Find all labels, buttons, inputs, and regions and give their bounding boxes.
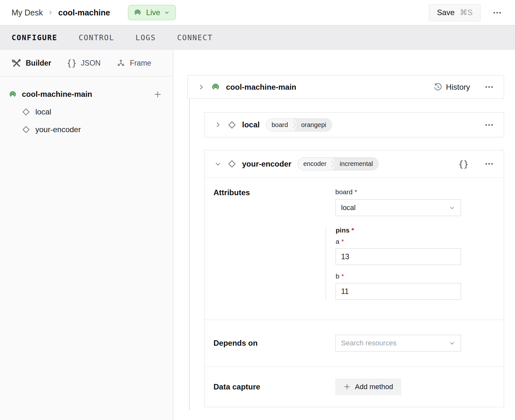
tab-configure[interactable]: CONFIGURE: [12, 33, 58, 42]
history-button-label: History: [446, 83, 470, 92]
tree-item-label: local: [35, 107, 51, 116]
depends-on-heading: Depends on: [213, 339, 335, 348]
chevron-right-icon[interactable]: [197, 84, 205, 91]
config-main-panel: cool-machine-main History: [173, 50, 515, 420]
top-bar: My Desk cool-machine Live Save ⌘S: [0, 0, 515, 25]
add-method-button[interactable]: Add method: [335, 379, 401, 395]
attributes-heading: Attributes: [213, 188, 335, 197]
chevron-down-icon: [449, 340, 456, 347]
component-diamond-icon: [22, 125, 31, 134]
topbar-overflow-menu-icon[interactable]: [492, 10, 503, 15]
depends-on-select[interactable]: Search resources: [335, 335, 461, 352]
tree-item-machine-main[interactable]: cool-machine-main: [8, 87, 173, 101]
view-tab-frame-label: Frame: [130, 59, 151, 68]
component-diamond-icon: [227, 120, 237, 130]
configure-content: Builder {} JSON Frame: [0, 50, 515, 420]
breadcrumb: My Desk cool-machine: [12, 8, 110, 17]
viam-live-icon: [133, 8, 142, 17]
builder-tools-icon: [12, 58, 22, 68]
card-overflow-menu-icon[interactable]: [483, 84, 495, 90]
tree-item-local[interactable]: local: [8, 105, 173, 119]
pins-group-label: pins*: [336, 226, 461, 234]
card-overflow-menu-icon[interactable]: [483, 122, 495, 128]
your-encoder-card-header: your-encoder encoder incremental {}: [204, 150, 504, 178]
board-select-value: local: [341, 204, 356, 212]
pin-b-input[interactable]: [336, 283, 461, 300]
config-view-switcher: Builder {} JSON Frame: [0, 50, 173, 77]
depends-on-placeholder: Search resources: [341, 339, 396, 347]
required-asterisk: *: [341, 272, 344, 280]
resource-type-badge: board orangepi: [266, 118, 332, 132]
depends-on-section: Depends on Search resources: [204, 320, 504, 366]
chevron-right-icon[interactable]: [214, 121, 222, 128]
chevron-down-icon[interactable]: [214, 160, 222, 168]
resource-tree: cool-machine-main local your-encoder: [0, 77, 173, 136]
tree-item-label: cool-machine-main: [22, 90, 92, 99]
sidebar: Builder {} JSON Frame: [0, 50, 173, 420]
viam-machine-icon: [8, 90, 17, 99]
board-field-label: board*: [335, 188, 461, 196]
add-method-button-label: Add method: [355, 383, 393, 391]
component-diamond-icon: [22, 107, 31, 116]
machine-main-card-header: cool-machine-main History: [188, 76, 504, 98]
data-capture-section: Data capture Add method: [204, 366, 504, 407]
save-shortcut-hint: ⌘S: [460, 8, 473, 17]
machine-status-dropdown[interactable]: Live: [128, 5, 176, 20]
depends-on-heading-col: Depends on: [213, 339, 335, 348]
card-overflow-menu-icon[interactable]: [483, 161, 495, 167]
required-asterisk: *: [341, 238, 344, 245]
view-tab-json[interactable]: {} JSON: [67, 58, 101, 68]
badge-type: encoder: [298, 158, 330, 170]
data-capture-field-col: Add method: [335, 379, 461, 395]
depends-on-field-col: Search resources: [335, 335, 461, 352]
view-tab-builder[interactable]: Builder: [12, 58, 51, 68]
pin-a-label: a*: [336, 238, 461, 245]
tab-logs[interactable]: LOGS: [136, 33, 156, 42]
required-asterisk: *: [351, 226, 354, 234]
tree-item-your-encoder[interactable]: your-encoder: [8, 123, 173, 136]
breadcrumb-separator-icon: [48, 10, 53, 15]
tab-connect[interactable]: CONNECT: [177, 33, 213, 42]
breadcrumb-current: cool-machine: [58, 8, 110, 17]
badge-model: incremental: [333, 158, 378, 170]
view-tab-builder-label: Builder: [26, 59, 51, 68]
tree-indent-line: [189, 99, 190, 410]
chevron-down-icon: [449, 205, 456, 211]
board-select[interactable]: local: [335, 199, 461, 216]
braces-icon: {}: [67, 58, 77, 68]
view-tab-json-label: JSON: [81, 59, 101, 68]
pin-a-field: a*: [336, 238, 461, 265]
machine-tab-bar: CONFIGURE CONTROL LOGS CONNECT: [0, 25, 515, 50]
edit-json-icon[interactable]: {}: [458, 159, 469, 169]
tree-item-label: your-encoder: [35, 125, 81, 134]
breadcrumb-parent[interactable]: My Desk: [12, 8, 43, 17]
data-capture-heading: Data capture: [213, 382, 335, 391]
live-status-label: Live: [146, 8, 160, 17]
card-title: your-encoder: [242, 160, 291, 169]
pins-group: pins* a* b*: [326, 226, 461, 300]
badge-type: board: [266, 119, 292, 131]
data-capture-heading-col: Data capture: [213, 382, 335, 391]
add-component-icon[interactable]: [153, 90, 162, 99]
chevron-down-icon: [164, 10, 170, 15]
attributes-heading-col: Attributes: [213, 188, 335, 300]
pin-b-label: b*: [336, 272, 461, 280]
card-title: local: [242, 120, 260, 129]
required-asterisk: *: [355, 188, 357, 196]
component-diamond-icon: [227, 159, 237, 169]
your-encoder-card: your-encoder encoder incremental {} Attr…: [204, 150, 504, 407]
plus-icon: [343, 383, 351, 390]
save-button-label: Save: [437, 8, 455, 17]
topbar-actions: Save ⌘S: [429, 4, 503, 21]
frame-axes-icon: [116, 58, 126, 68]
save-button[interactable]: Save ⌘S: [429, 4, 481, 21]
card-title: cool-machine-main: [226, 83, 296, 92]
badge-model: orangepi: [294, 119, 332, 131]
attributes-section: Attributes board* local pins*: [204, 178, 504, 320]
viam-machine-icon: [211, 82, 221, 92]
local-board-card: local board orangepi: [204, 112, 504, 137]
pin-a-input[interactable]: [336, 248, 461, 265]
tab-control[interactable]: CONTROL: [79, 33, 114, 42]
view-tab-frame[interactable]: Frame: [116, 58, 151, 68]
history-button[interactable]: History: [434, 83, 470, 92]
